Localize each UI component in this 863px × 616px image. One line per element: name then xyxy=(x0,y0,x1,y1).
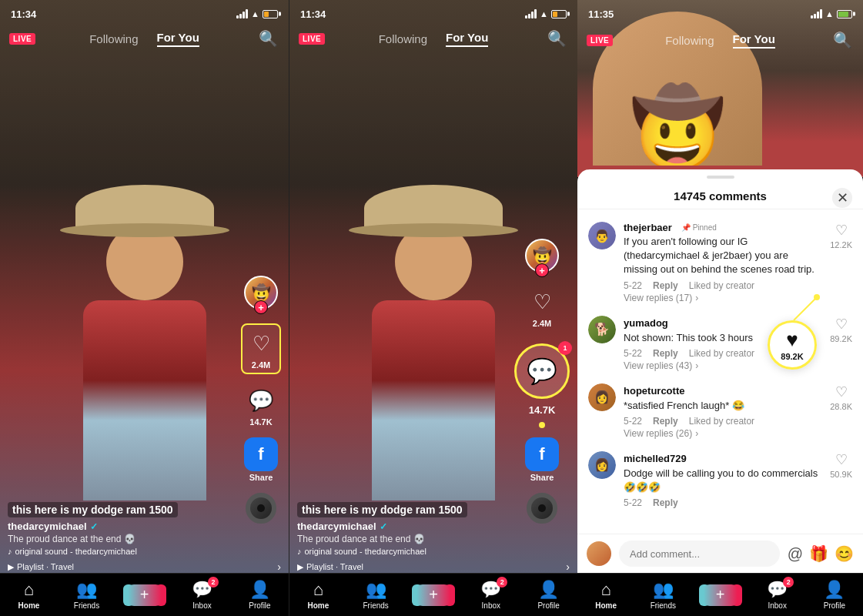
add-button-2[interactable]: + xyxy=(416,584,450,606)
avatar-img-3: 👩 xyxy=(588,383,616,411)
heart-icon-2: ♡ xyxy=(527,286,557,317)
comment-text-3: *satisfied French laugh* 😂 xyxy=(624,399,822,413)
highlighted-like-count: 89.2K xyxy=(781,352,803,361)
reply-button-3[interactable]: Reply xyxy=(653,416,678,427)
nav-home-1[interactable]: ⌂ Home xyxy=(0,580,58,610)
bottom-overlay-1: this here is my dodge ram 1500 thedarcym… xyxy=(8,502,178,556)
following-tab-1[interactable]: Following xyxy=(89,32,138,45)
svg-line-0 xyxy=(794,297,817,320)
like-action-wrapper-1: ♡ 2.4M xyxy=(241,323,281,374)
nav-profile-3[interactable]: 👤 Profile xyxy=(806,580,863,610)
like-button-2[interactable]: ♡ 2.4M xyxy=(527,286,557,328)
live-badge-2[interactable]: LIVE xyxy=(299,33,325,45)
comment-avatar-1: 👨 xyxy=(588,222,616,249)
nav-friends-2[interactable]: 👥 Friends xyxy=(347,580,405,610)
phone-panel-2: 11:34 ▲ LIVE Following For You 🔍 🤠 xyxy=(289,0,577,616)
music-info-2: ♪ original sound - thedarcymichael xyxy=(297,547,467,556)
wifi-icon-3: ▲ xyxy=(825,9,834,18)
reply-button-2[interactable]: Reply xyxy=(653,348,678,359)
comment-button-1[interactable]: 💬 14.7K xyxy=(246,385,276,427)
comment-body-4: michelled729 Dodge will be calling you t… xyxy=(624,451,822,508)
comment-avatar-4: 👩 xyxy=(588,451,616,479)
music-disk-2[interactable] xyxy=(527,493,557,524)
comment-count-1: 14.7K xyxy=(249,417,272,427)
comment-like-2[interactable]: ♡ 89.2K xyxy=(830,316,852,343)
nav-home-3[interactable]: ⌂ Home xyxy=(577,580,634,610)
for-you-tab-1[interactable]: For You xyxy=(157,31,199,47)
comment-item-4: 👩 michelled729 Dodge will be calling you… xyxy=(577,445,863,514)
follow-plus-2[interactable]: + xyxy=(535,263,549,277)
following-tab-2[interactable]: Following xyxy=(379,32,427,45)
comment-input-field[interactable] xyxy=(619,541,780,567)
comment-like-1[interactable]: ♡ 12.2K xyxy=(830,222,852,249)
nav-home-2[interactable]: ⌂ Home xyxy=(289,580,347,610)
add-button-1[interactable]: + xyxy=(128,584,162,606)
nav-inbox-2[interactable]: 💬 2 Inbox xyxy=(462,580,520,610)
gift-icon[interactable]: 🎁 xyxy=(809,544,828,563)
friends-label-2: Friends xyxy=(363,601,389,610)
highlighted-heart-circle[interactable]: ♥ 89.2K xyxy=(768,320,817,370)
nav-profile-2[interactable]: 👤 Profile xyxy=(520,580,577,610)
avatar-img-1: 👨 xyxy=(588,222,616,249)
share-button-2[interactable]: f Share xyxy=(525,437,559,482)
playlist-tag-1[interactable]: ▶ Playlist · Travel xyxy=(8,562,74,572)
playlist-tag-2[interactable]: ▶ Playlist · Travel xyxy=(297,562,363,572)
bottom-nav-2: ⌂ Home 👥 Friends + 💬 2 Inbox 👤 Profile xyxy=(289,573,577,616)
following-tab-3[interactable]: Following xyxy=(665,34,714,47)
live-badge-1[interactable]: LIVE xyxy=(9,33,35,45)
comment-text-1: If you aren't following our IG (thedarcy… xyxy=(624,235,822,277)
follow-plus-1[interactable]: + xyxy=(254,300,268,314)
nav-inbox-1[interactable]: 💬 2 Inbox xyxy=(173,580,231,610)
reply-button-1[interactable]: Reply xyxy=(653,280,678,291)
person-body-1 xyxy=(83,300,206,500)
profile-label-3: Profile xyxy=(824,601,845,610)
comment-body-1: thejerbaer 📌 Pinned If you aren't follow… xyxy=(624,222,822,303)
comment-input-bar: @ 🎁 😊 xyxy=(577,534,863,573)
search-button-3[interactable]: 🔍 xyxy=(833,31,852,49)
comment-body-3: hopeturcotte *satisfied French laugh* 😂 … xyxy=(624,383,822,439)
time-2: 11:34 xyxy=(300,8,326,20)
nav-friends-3[interactable]: 👥 Friends xyxy=(634,580,691,610)
battery-icon-3 xyxy=(837,10,852,18)
nav-friends-1[interactable]: 👥 Friends xyxy=(58,580,115,610)
for-you-tab-2[interactable]: For You xyxy=(446,31,488,47)
comment-like-4[interactable]: ♡ 50.9K xyxy=(830,451,852,479)
close-comments-button[interactable]: ✕ xyxy=(832,188,852,208)
at-mention-icon[interactable]: @ xyxy=(788,545,803,563)
heart-highlight-wrapper: ♥ 89.2K xyxy=(768,320,817,370)
add-button-3[interactable]: + xyxy=(704,584,738,606)
comment-avatar-3: 👩 xyxy=(588,383,616,411)
friends-label-3: Friends xyxy=(651,601,676,610)
like-button-1[interactable]: ♡ 2.4M xyxy=(246,328,276,370)
status-bar-3: 11:35 ▲ xyxy=(577,0,863,23)
nav-profile-1[interactable]: 👤 Profile xyxy=(231,580,289,610)
music-disk-1[interactable] xyxy=(246,493,276,524)
bottom-nav-1: ⌂ Home 👥 Friends + 💬 2 Inbox 👤 Profile xyxy=(0,573,289,616)
playlist-arrow-2[interactable]: › xyxy=(566,561,570,573)
top-nav-2: LIVE Following For You 🔍 xyxy=(289,22,577,55)
video-title-1: this here is my dodge ram 1500 xyxy=(8,502,178,517)
home-icon-2: ⌂ xyxy=(313,580,323,600)
add-btn-wrap-3: + xyxy=(691,584,748,606)
comment-username-2: yumadog xyxy=(624,317,668,329)
inbox-label-1: Inbox xyxy=(192,601,211,610)
current-user-avatar xyxy=(587,541,611,566)
creator-name-1: thedarcymichael ✓ xyxy=(8,521,178,532)
music-disk-center-2 xyxy=(538,504,546,512)
view-replies-3[interactable]: View replies (26)› xyxy=(624,428,822,439)
emoji-icon[interactable]: 😊 xyxy=(835,544,854,563)
live-badge-3[interactable]: LIVE xyxy=(587,35,613,46)
liked-creator-3: Liked by creator xyxy=(689,416,754,427)
reply-button-4[interactable]: Reply xyxy=(653,497,678,508)
for-you-tab-3[interactable]: For You xyxy=(733,32,775,49)
comment-like-3[interactable]: ♡ 28.8K xyxy=(830,383,852,411)
comments-header: 14745 comments ✕ xyxy=(577,179,863,209)
share-button-1[interactable]: f Share xyxy=(244,437,278,482)
search-button-1[interactable]: 🔍 xyxy=(259,29,278,48)
playlist-arrow-1[interactable]: › xyxy=(277,561,281,573)
comment-meta-1: 5-22 Reply Liked by creator xyxy=(624,280,822,291)
signal-icon-3 xyxy=(811,9,822,18)
search-button-2[interactable]: 🔍 xyxy=(547,29,567,48)
nav-inbox-3[interactable]: 💬 2 Inbox xyxy=(749,580,806,610)
like-heart-icon-1: ♡ xyxy=(835,222,848,239)
